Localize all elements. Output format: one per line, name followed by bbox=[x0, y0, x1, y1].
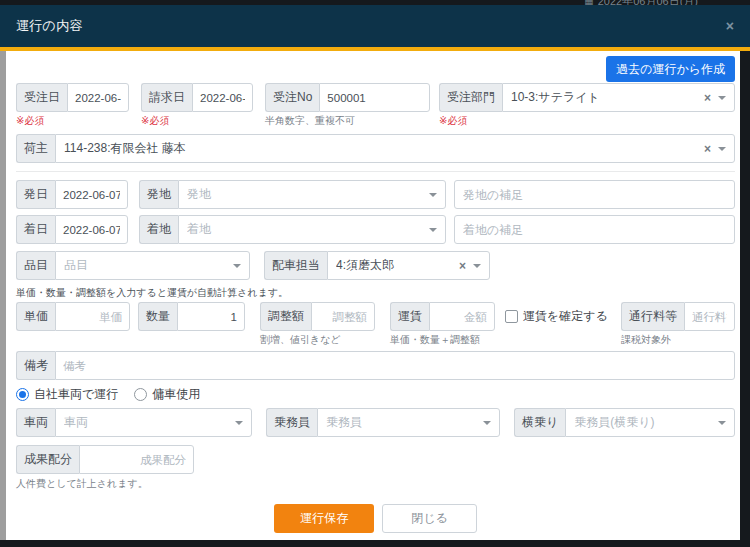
dispatcher-group: 配車担当 4:須磨太郎 × bbox=[264, 251, 490, 280]
charter-label: 傭車使用 bbox=[152, 386, 200, 403]
order-date-required-note: ※必須 bbox=[16, 114, 44, 128]
chevron-down-icon bbox=[718, 421, 726, 425]
departure-place-placeholder: 発地 bbox=[187, 186, 422, 203]
arrival-row: 着日 着地 着地 bbox=[16, 215, 735, 244]
quantity-input[interactable] bbox=[177, 302, 245, 331]
arrival-date-input[interactable] bbox=[55, 215, 128, 244]
arrival-date-group: 着日 bbox=[16, 215, 128, 244]
departure-place-select[interactable]: 発地 bbox=[178, 180, 446, 209]
vehicle-select[interactable]: 車両 bbox=[55, 408, 252, 437]
shipper-group: 荷主 114-238:有限会社 藤本 × bbox=[16, 134, 735, 163]
vehicle-row: 車両 車両 乗務員 乗務員 横乗り 乗務員(横乗り) bbox=[16, 408, 735, 437]
billing-date-group: 請求日 bbox=[141, 83, 253, 112]
arrival-place-label: 着地 bbox=[139, 215, 178, 244]
modal-title: 運行の内容 bbox=[16, 17, 83, 35]
vehicle-placeholder: 車両 bbox=[64, 414, 228, 431]
driver-placeholder: 乗務員 bbox=[326, 414, 476, 431]
toll-input[interactable] bbox=[684, 302, 735, 331]
toll-note: 課税対象外 bbox=[621, 333, 671, 347]
close-icon[interactable]: × bbox=[726, 18, 734, 34]
chevron-down-icon bbox=[429, 193, 437, 197]
side-rider-placeholder: 乗務員(横乗り) bbox=[574, 414, 711, 431]
order-no-group: 受注No bbox=[265, 83, 430, 112]
modal-body: 過去の運行から作成 受注日 請求日 受注No 受注部門 10-3:サテライト ×… bbox=[6, 51, 740, 540]
modal-footer: 運行保存 閉じる bbox=[16, 504, 735, 533]
chevron-down-icon bbox=[483, 421, 491, 425]
order-info-notes: ※必須 ※必須 半角数字、重複不可 ※必須 bbox=[16, 113, 735, 126]
fare-note: 単価・数量＋調整額 bbox=[390, 333, 480, 347]
charter-option[interactable]: 傭車使用 bbox=[134, 386, 200, 403]
vehicle-group: 車両 車両 bbox=[16, 408, 252, 437]
departure-note-input[interactable] bbox=[454, 180, 735, 209]
own-vehicle-label: 自社車両で運行 bbox=[34, 386, 118, 403]
adjustment-group: 調整額 bbox=[260, 302, 375, 331]
driver-group: 乗務員 乗務員 bbox=[266, 408, 500, 437]
confirm-fare-checkbox[interactable] bbox=[505, 310, 518, 323]
remarks-group: 備考 bbox=[16, 351, 735, 380]
order-dept-label: 受注部門 bbox=[439, 83, 502, 112]
radio-selected-icon[interactable] bbox=[16, 388, 29, 401]
profit-share-note: 人件費として計上されます。 bbox=[16, 477, 735, 490]
order-info-row: 受注日 請求日 受注No 受注部門 10-3:サテライト × bbox=[16, 83, 735, 112]
radio-unselected-icon[interactable] bbox=[134, 388, 147, 401]
remarks-input[interactable] bbox=[55, 351, 735, 380]
create-from-past-button[interactable]: 過去の運行から作成 bbox=[606, 56, 735, 82]
dispatcher-value: 4:須磨太郎 bbox=[336, 257, 452, 274]
order-date-label: 受注日 bbox=[16, 83, 67, 112]
arrival-place-select[interactable]: 着地 bbox=[178, 215, 446, 244]
profit-share-input[interactable] bbox=[79, 445, 194, 474]
remarks-label: 備考 bbox=[16, 351, 55, 380]
operation-type-row: 自社車両で運行 傭車使用 bbox=[16, 387, 735, 401]
close-button[interactable]: 閉じる bbox=[382, 504, 477, 533]
confirm-fare-checkbox-wrap: 運賃を確定する bbox=[505, 302, 608, 331]
dispatcher-select[interactable]: 4:須磨太郎 × bbox=[327, 251, 490, 280]
unit-price-group: 単価 bbox=[16, 302, 130, 331]
side-rider-select[interactable]: 乗務員(横乗り) bbox=[565, 408, 735, 437]
dispatcher-label: 配車担当 bbox=[264, 251, 327, 280]
order-dept-select[interactable]: 10-3:サテライト × bbox=[502, 83, 735, 112]
own-vehicle-option[interactable]: 自社車両で運行 bbox=[16, 386, 118, 403]
toll-label: 通行料等 bbox=[621, 302, 684, 331]
chevron-down-icon bbox=[233, 264, 241, 268]
departure-date-input[interactable] bbox=[55, 180, 128, 209]
item-select[interactable]: 品目 bbox=[55, 251, 250, 280]
section-divider bbox=[16, 171, 735, 172]
clear-icon[interactable]: × bbox=[459, 260, 466, 272]
unit-price-input[interactable] bbox=[55, 302, 130, 331]
adjustment-note: 割増、値引きなど bbox=[260, 333, 341, 347]
fare-label: 運賃 bbox=[390, 302, 429, 331]
price-row: 単価 数量 調整額 運賃 運賃を確定する 通行料等 bbox=[16, 302, 735, 331]
departure-place-label: 発地 bbox=[139, 180, 178, 209]
order-date-input[interactable] bbox=[67, 83, 129, 112]
profit-share-label: 成果配分 bbox=[16, 445, 79, 474]
order-dept-required-note: ※必須 bbox=[439, 114, 467, 128]
clear-icon[interactable]: × bbox=[704, 92, 711, 104]
fare-input[interactable] bbox=[429, 302, 495, 331]
top-action-row: 過去の運行から作成 bbox=[16, 56, 735, 82]
departure-date-group: 発日 bbox=[16, 180, 128, 209]
arrival-note-input[interactable] bbox=[454, 215, 735, 244]
shipper-value: 114-238:有限会社 藤本 bbox=[64, 140, 697, 157]
order-no-input[interactable] bbox=[319, 83, 430, 112]
order-no-note: 半角数字、重複不可 bbox=[265, 114, 355, 128]
vehicle-label: 車両 bbox=[16, 408, 55, 437]
save-operation-button[interactable]: 運行保存 bbox=[274, 504, 374, 533]
chevron-down-icon bbox=[235, 421, 243, 425]
driver-label: 乗務員 bbox=[266, 408, 317, 437]
shipper-select[interactable]: 114-238:有限会社 藤本 × bbox=[55, 134, 735, 163]
driver-select[interactable]: 乗務員 bbox=[317, 408, 500, 437]
item-row: 品目 品目 配車担当 4:須磨太郎 × bbox=[16, 251, 735, 280]
order-date-group: 受注日 bbox=[16, 83, 129, 112]
billing-date-input[interactable] bbox=[192, 83, 253, 112]
fare-group: 運賃 bbox=[390, 302, 495, 331]
adjustment-input[interactable] bbox=[311, 302, 375, 331]
toll-group: 通行料等 bbox=[621, 302, 735, 331]
departure-place-group: 発地 発地 bbox=[139, 180, 446, 209]
quantity-group: 数量 bbox=[138, 302, 245, 331]
clear-icon[interactable]: × bbox=[704, 143, 711, 155]
side-rider-group: 横乗り 乗務員(横乗り) bbox=[514, 408, 735, 437]
arrival-place-placeholder: 着地 bbox=[187, 221, 422, 238]
billing-date-label: 請求日 bbox=[141, 83, 192, 112]
order-dept-value: 10-3:サテライト bbox=[511, 89, 697, 106]
chevron-down-icon bbox=[718, 96, 726, 100]
